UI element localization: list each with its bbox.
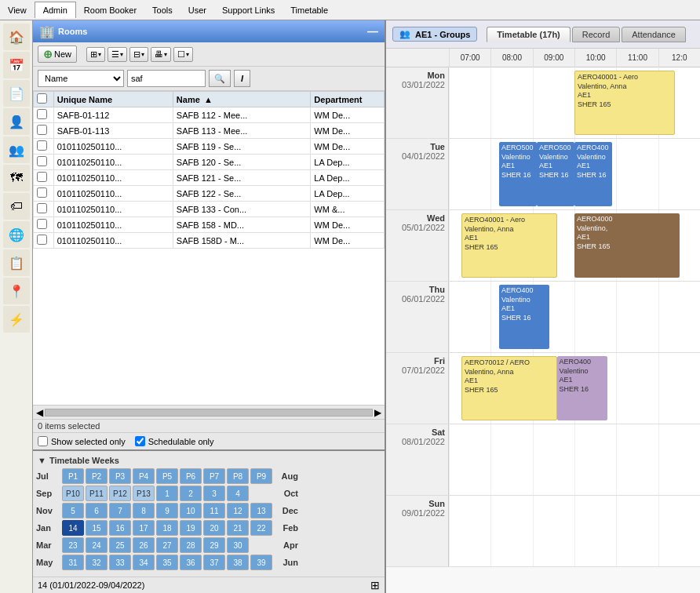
list-icon[interactable]: 📋 [3, 249, 30, 276]
table-row[interactable]: 010110250110... SAFB 158 - MD... WM De..… [34, 217, 385, 233]
lightning-icon[interactable]: ⚡ [3, 306, 30, 333]
tw-week-cell[interactable]: 30 [227, 537, 249, 553]
tw-week-cell[interactable]: 28 [180, 537, 202, 553]
table-row[interactable]: 010110250110... SAFB 120 - Se... LA Dep.… [34, 155, 385, 170]
col-header-name[interactable]: Name ▲ [173, 92, 311, 107]
tw-week-cell[interactable]: 2 [180, 486, 202, 501]
tw-week-cell[interactable]: 27 [156, 537, 178, 553]
menu-view[interactable]: View [0, 2, 35, 18]
table-row[interactable]: 010110250110... SAFB 133 - Con... WM &..… [34, 202, 385, 217]
tw-week-cell[interactable]: 21 [227, 520, 249, 536]
column-view-button[interactable]: ⊟ ▾ [129, 47, 148, 62]
tw-week-cell[interactable]: P3 [109, 468, 131, 484]
tw-week-cell[interactable]: P5 [156, 468, 178, 484]
tw-week-cell[interactable]: 1 [156, 486, 178, 501]
new-button[interactable]: ⊕ New [38, 45, 77, 63]
tab-timetable[interactable]: Timetable (17h) [487, 27, 571, 42]
menu-timetable[interactable]: Timetable [283, 2, 336, 18]
tt-event[interactable]: AERO70012 / AERO Valentino, Anna AE1 SHE… [461, 356, 557, 420]
tw-week-cell[interactable]: 33 [109, 555, 131, 570]
tw-week-cell[interactable]: 38 [227, 555, 249, 570]
tw-week-cell[interactable]: 15 [86, 520, 108, 536]
group-icon[interactable]: 👥 [3, 136, 30, 163]
more-button[interactable]: ☐ ▾ [173, 47, 193, 62]
table-row[interactable]: SAFB-01-113 SAFB 113 - Mee... WM De... [34, 123, 385, 139]
menu-user[interactable]: User [180, 2, 214, 18]
tw-week-cell[interactable]: 25 [109, 537, 131, 553]
table-row[interactable]: 010110250110... SAFB 121 - Se... LA Dep.… [34, 170, 385, 186]
tw-week-cell[interactable]: 17 [133, 520, 155, 536]
row-check-cell[interactable] [34, 202, 54, 217]
info-button[interactable]: I [234, 70, 250, 87]
list-view-button[interactable]: ☰ ▾ [108, 47, 127, 62]
tw-week-cell[interactable]: P6 [180, 468, 202, 484]
table-row[interactable]: 010110250110... SAFB 119 - Se... WM De..… [34, 139, 385, 155]
row-checkbox[interactable] [37, 187, 47, 198]
tw-week-cell[interactable]: 29 [203, 537, 225, 553]
menu-admin[interactable]: Admin [35, 2, 76, 18]
tw-week-cell[interactable]: 35 [156, 555, 178, 570]
row-checkbox[interactable] [37, 172, 47, 182]
tw-week-cell[interactable]: 10 [180, 503, 202, 518]
timetable-weeks-header[interactable]: ▼ Timetable Weeks [33, 454, 385, 467]
tw-week-cell[interactable]: 34 [133, 555, 155, 570]
row-checkbox[interactable] [37, 109, 47, 119]
row-check-cell[interactable] [34, 155, 54, 170]
tt-event[interactable]: AERO400 Valentino AE1 SHER 16 [557, 356, 607, 420]
tw-week-cell[interactable]: 8 [133, 503, 155, 518]
row-checkbox[interactable] [37, 203, 47, 213]
menu-room-booker[interactable]: Room Booker [76, 2, 144, 18]
tw-week-cell[interactable]: 20 [203, 520, 225, 536]
home-icon[interactable]: 🏠 [3, 24, 30, 50]
tw-week-cell[interactable]: 24 [86, 537, 108, 553]
menu-tools[interactable]: Tools [144, 2, 180, 18]
print-button[interactable]: 🖶 ▾ [151, 47, 171, 62]
tab-attendance[interactable]: Attendance [622, 27, 686, 42]
map2-icon[interactable]: 📍 [3, 278, 30, 304]
select-all-checkbox[interactable] [37, 93, 47, 104]
menu-support[interactable]: Support Links [214, 2, 283, 18]
table-row[interactable]: SAFB-01-112 SAFB 112 - Mee... WM De... [34, 107, 385, 123]
bottom-expand-icon[interactable]: ⊞ [370, 579, 380, 591]
row-checkbox[interactable] [37, 219, 47, 229]
document-icon[interactable]: 📄 [3, 80, 30, 107]
tw-week-cell[interactable]: 3 [203, 486, 225, 501]
table-row[interactable]: 010110250110... SAFB 122 - Se... LA Dep.… [34, 186, 385, 202]
person-icon[interactable]: 👤 [3, 108, 30, 135]
scroll-right-button[interactable]: ▶ [374, 407, 381, 418]
tt-event[interactable]: AERO40001 - Aero Valentino, Anna AE1 SHE… [461, 213, 557, 278]
tw-week-cell[interactable]: P13 [133, 486, 155, 501]
tw-week-cell[interactable]: 31 [62, 555, 84, 570]
row-check-cell[interactable] [34, 107, 54, 123]
tw-week-cell[interactable]: 4 [227, 486, 249, 501]
row-check-cell[interactable] [34, 217, 54, 233]
row-checkbox[interactable] [37, 156, 47, 166]
tt-event[interactable]: AERO500 Valentino AE1 SHER 16 [499, 142, 537, 206]
calendar-icon[interactable]: 📅 [3, 52, 30, 78]
tw-week-cell[interactable]: P7 [203, 468, 225, 484]
schedulable-checkbox[interactable] [135, 436, 145, 446]
row-check-cell[interactable] [34, 123, 54, 139]
tt-event[interactable]: AERO40001 - Aero Valentino, Anna AE1 SHE… [574, 71, 675, 135]
tw-week-cell[interactable]: 7 [109, 503, 131, 518]
tw-week-cell[interactable]: 5 [62, 503, 84, 518]
col-header-unique[interactable]: Unique Name [53, 92, 173, 107]
tw-week-cell[interactable]: P11 [86, 486, 108, 501]
tw-week-cell[interactable]: 22 [250, 520, 272, 536]
tw-week-cell[interactable]: 23 [62, 537, 84, 553]
tw-week-cell[interactable]: 37 [203, 555, 225, 570]
row-check-cell[interactable] [34, 186, 54, 202]
minimize-button[interactable]: — [367, 25, 378, 38]
tw-week-cell[interactable]: 6 [86, 503, 108, 518]
tw-week-cell[interactable]: 39 [250, 555, 272, 570]
tw-week-cell[interactable]: P8 [227, 468, 249, 484]
row-check-cell[interactable] [34, 170, 54, 186]
tw-week-cell[interactable]: 19 [180, 520, 202, 536]
row-checkbox[interactable] [37, 140, 47, 151]
row-check-cell[interactable] [34, 139, 54, 155]
map-icon[interactable]: 🗺 [3, 165, 30, 191]
tw-week-cell[interactable]: P9 [250, 468, 272, 484]
show-selected-checkbox[interactable] [38, 436, 48, 446]
tw-week-cell[interactable]: 9 [156, 503, 178, 518]
search-input[interactable] [127, 70, 206, 87]
